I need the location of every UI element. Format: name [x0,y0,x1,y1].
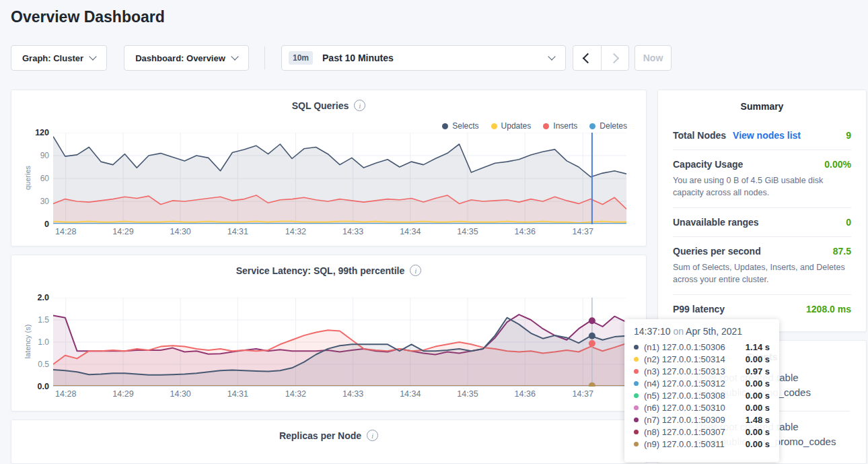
y-tick-label: 0.5 [38,360,49,369]
time-range-picker[interactable]: 10m Past 10 Minutes [281,45,566,71]
summary-row-capacity-usage: Capacity Usage 0.00% You are using 0 B o… [673,150,851,208]
view-nodes-list-link[interactable]: View nodes list [733,130,801,141]
chart-hover-tooltip: 14:37:10 on Apr 5th, 2021 (n1) 127.0.0.1… [624,319,779,462]
summary-title: Summary [658,101,866,112]
graph-dropdown-label: Graph: Cluster [22,53,83,63]
y-axis-labels: 0306090120 [11,133,49,224]
legend-item-inserts[interactable]: Inserts [543,121,577,131]
legend-item-updates[interactable]: Updates [491,121,532,131]
overview-dashboard-page: Overview Dashboard Graph: Cluster Dashbo… [0,0,868,464]
tooltip-node-value: 1.14 s [746,342,770,352]
summary-row-unavailable-ranges: Unavailable ranges 0 [673,208,851,237]
dashboard-dropdown[interactable]: Dashboard: Overview [124,45,249,71]
summary-label: Unavailable ranges [673,217,759,228]
summary-label: Total Nodes [673,130,726,141]
summary-description: Sum of Selects, Updates, Inserts, and De… [673,261,851,286]
x-tick-label: 14:29 [112,227,133,236]
info-icon[interactable]: i [410,265,421,276]
tooltip-node-row: (n5) 127.0.0.1:503080.00 s [634,389,770,401]
summary-row-total-nodes: Total Nodes View nodes list 9 [673,121,851,150]
y-tick-label: 0 [44,220,49,229]
tooltip-node-row: (n7) 127.0.0.1:503091.48 s [634,413,770,426]
chevron-down-icon [548,53,555,60]
summary-label: Capacity Usage [673,159,743,170]
x-tick-label: 14:33 [342,227,363,236]
summary-value: 9 [846,130,851,141]
x-tick-label: 14:30 [170,227,191,236]
tooltip-timestamp: 14:37:10 on Apr 5th, 2021 [634,326,770,337]
sql-queries-plot[interactable] [53,133,626,224]
info-icon[interactable]: i [354,100,365,111]
chevron-left-icon [583,53,593,63]
tooltip-node-label: (n4) 127.0.0.1:50312 [644,378,725,389]
x-tick-label: 14:28 [55,389,76,399]
tooltip-node-value: 0.00 s [746,427,770,437]
x-tick-label: 14:32 [285,227,306,236]
tooltip-node-row: (n8) 127.0.0.1:503070.00 s [634,426,770,438]
x-tick-label: 14:29 [112,389,133,399]
legend-dot [543,123,549,129]
node-color-dot [634,430,639,434]
x-axis-labels: 14:2814:2914:3014:3114:3214:3314:3414:35… [53,227,626,238]
node-color-dot [634,357,639,362]
legend-item-selects[interactable]: Selects [442,121,478,131]
y-tick-label: 90 [40,151,49,160]
summary-value: 87.5 [833,246,851,257]
tooltip-node-value: 0.00 s [746,403,770,413]
node-color-dot [634,345,639,350]
x-tick-label: 14:31 [227,389,248,399]
time-step-group [573,45,629,71]
info-icon[interactable]: i [367,430,378,441]
tooltip-node-row: (n1) 127.0.0.1:503061.14 s [634,341,770,353]
legend-dot [491,123,497,129]
time-back-button[interactable] [573,46,601,70]
graph-dropdown[interactable]: Graph: Cluster [11,45,107,71]
toolbar-divider [264,46,265,69]
replicas-per-node-chart-card: Replicas per Node i [11,420,647,464]
tooltip-node-label: (n8) 127.0.0.1:50307 [644,427,725,437]
tooltip-node-value: 0.00 s [746,391,770,401]
service-latency-chart-card: Service Latency: SQL, 99th percentile i … [11,255,647,411]
time-forward-button[interactable] [601,46,629,70]
y-tick-label: 1.0 [38,337,49,347]
tooltip-node-label: (n9) 127.0.0.1:50311 [644,439,725,449]
summary-label: Queries per second [673,246,761,257]
tooltip-node-row: (n6) 127.0.0.1:503100.00 s [634,401,770,413]
tooltip-node-row: (n4) 127.0.0.1:503120.00 s [634,377,770,389]
sql-queries-chart-card: SQL Queries i SelectsUpdatesInsertsDelet… [11,90,647,246]
time-range-badge: 10m [289,51,313,65]
node-color-dot [634,418,639,422]
x-tick-label: 14:30 [170,389,191,399]
x-tick-label: 14:35 [457,227,478,236]
y-tick-label: 0.0 [38,382,49,391]
x-tick-label: 14:35 [457,389,478,399]
x-tick-label: 14:34 [400,227,421,236]
x-tick-label: 14:37 [573,389,593,399]
summary-value: 1208.0 ms [806,304,851,314]
x-axis-labels: 14:2814:2914:3014:3114:3214:3314:3414:35… [53,389,626,400]
service-latency-plot[interactable] [53,298,626,387]
summary-panel: Summary Total Nodes View nodes list 9 Ca… [657,90,867,332]
x-tick-label: 14:28 [55,227,76,236]
node-color-dot [634,442,639,446]
legend-item-deletes[interactable]: Deletes [589,121,627,131]
legend-dot [442,123,448,129]
page-title: Overview Dashboard [11,8,165,26]
node-color-dot [634,369,639,374]
node-color-dot [634,393,639,398]
y-tick-label: 60 [40,174,49,183]
chart-title: SQL Queries [292,100,349,111]
chevron-right-icon [608,53,619,63]
dashboard-dropdown-label: Dashboard: Overview [135,53,225,63]
tooltip-node-label: (n5) 127.0.0.1:50308 [644,391,725,401]
x-tick-label: 14:34 [400,389,421,399]
y-tick-label: 2.0 [38,293,49,302]
now-button[interactable]: Now [635,45,672,71]
y-tick-label: 120 [35,128,49,137]
chart-legend: SelectsUpdatesInsertsDeletes [442,121,627,131]
tooltip-node-label: (n3) 127.0.0.1:50313 [644,366,725,376]
summary-row-queries-per-second: Queries per second 87.5 Sum of Selects, … [673,237,851,295]
x-tick-label: 14:36 [515,227,536,236]
legend-dot [589,123,595,129]
y-tick-label: 30 [40,197,49,206]
